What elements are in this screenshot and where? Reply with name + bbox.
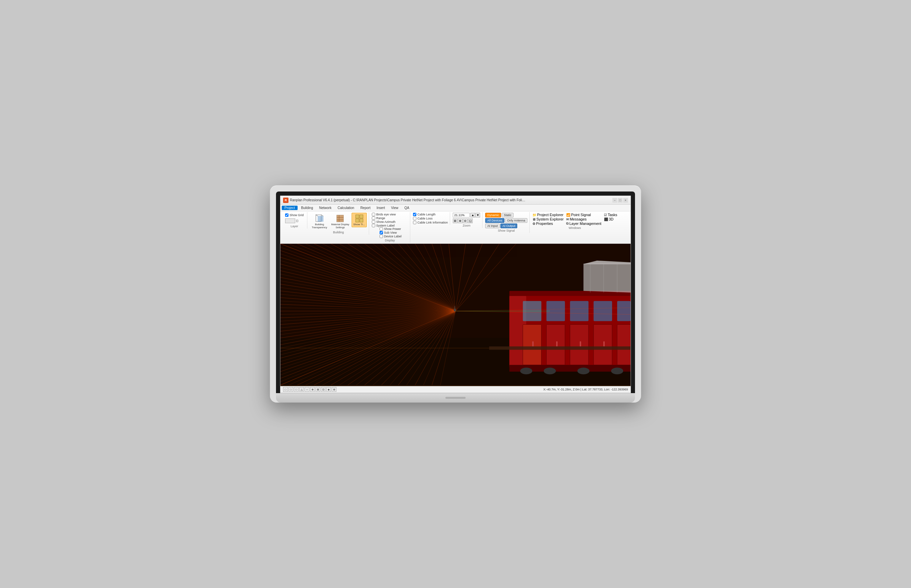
svg-rect-109	[593, 301, 612, 321]
layer-arrows[interactable]: ⟨⟩	[296, 219, 298, 223]
range-item[interactable]: Range	[372, 216, 408, 220]
show-grid-label: Show Grid	[290, 213, 304, 217]
at-input-btn[interactable]: At Input	[485, 223, 500, 228]
cable-length-item[interactable]: Cable Length	[413, 213, 448, 216]
menu-building[interactable]: Building	[298, 206, 316, 210]
material-display-btn[interactable]: Material Display Settings	[330, 213, 351, 230]
sub-view-item[interactable]: Sub View	[379, 231, 402, 234]
zoom-input-row: ▲ ▼	[453, 213, 480, 218]
building-buttons: Building Transparency	[310, 213, 367, 230]
windows-group-label: Windows	[569, 226, 581, 229]
project-explorer-icon: 📁	[532, 213, 537, 217]
status-icon-7[interactable]: ⊞	[316, 387, 320, 392]
status-icon-8[interactable]: ⊡	[321, 387, 326, 392]
svg-rect-112	[546, 325, 565, 365]
point-signal-item[interactable]: 📶 Point Signal	[566, 213, 601, 217]
system-label-label: System Label	[376, 224, 395, 227]
all-devices-btn[interactable]: All Devices	[485, 218, 504, 223]
zoom-plus-btn[interactable]: ⊕	[458, 218, 463, 223]
project-explorer-item[interactable]: 📁 Project Explorer	[532, 213, 564, 217]
system-label-item[interactable]: System Label	[372, 224, 408, 227]
system-explorer-item[interactable]: 🖥 System Explorer	[532, 217, 564, 221]
svg-point-122	[520, 368, 532, 375]
show-azimuth-checkbox[interactable]	[372, 220, 375, 223]
status-icon-10[interactable]: ⊛	[332, 387, 336, 392]
show-power-checkbox[interactable]	[379, 227, 383, 231]
ribbon-group-windows: 📁 Project Explorer 🖥 System Explorer ⚙ P	[530, 212, 619, 230]
properties-label: Properties	[536, 221, 553, 226]
svg-rect-113	[570, 325, 588, 365]
svg-rect-119	[603, 342, 605, 347]
cable-link-item[interactable]: Cable Link Information	[413, 221, 448, 224]
show-azimuth-item[interactable]: Show Azimuth	[372, 220, 408, 223]
device-label-checkbox[interactable]	[379, 235, 383, 238]
cable-loss-item[interactable]: Cable Loss	[413, 217, 448, 220]
menu-qa[interactable]: QA	[402, 206, 412, 210]
ribbon: Show Grid ⟨⟩ Layer	[280, 212, 631, 244]
building-transparency-label: Building Transparency	[312, 223, 327, 229]
static-btn[interactable]: Static	[502, 213, 514, 218]
status-icon-2[interactable]: □	[289, 387, 293, 392]
properties-item[interactable]: ⚙ Properties	[532, 221, 564, 226]
svg-rect-4	[337, 215, 344, 222]
device-label-item[interactable]: Device Label	[379, 235, 402, 238]
cable-loss-checkbox[interactable]	[413, 217, 417, 220]
status-icon-4[interactable]: △	[299, 387, 304, 392]
svg-rect-118	[580, 342, 581, 347]
status-icon-6[interactable]: ⊕	[310, 387, 315, 392]
system-label-checkbox[interactable]	[372, 224, 375, 227]
menu-insert[interactable]: Insert	[374, 206, 388, 210]
dynamic-btn[interactable]: Dynamic	[485, 213, 501, 218]
minimize-button[interactable]: −	[613, 198, 617, 203]
zoom-fit-btn[interactable]: ⊞	[453, 218, 457, 223]
title-bar-left: R Ranplan Professional V6.4.1 (perpetual…	[283, 197, 526, 203]
layer-control[interactable]	[285, 218, 295, 223]
cable-length-checkbox[interactable]	[413, 213, 417, 216]
display-group-label: Display	[385, 238, 395, 242]
birds-eye-item[interactable]: Birds eye view	[372, 213, 408, 216]
title-bar-controls[interactable]: − □ ×	[613, 198, 628, 203]
menu-view[interactable]: View	[388, 206, 401, 210]
building-transparency-btn[interactable]: Building Transparency	[310, 213, 329, 230]
range-checkbox[interactable]	[372, 216, 375, 220]
show-grid-item[interactable]: Show Grid	[285, 213, 304, 217]
show-grid-checkbox[interactable]	[285, 213, 289, 217]
only-antenna-btn[interactable]: Only Antenna	[505, 218, 527, 223]
cable-loss-label: Cable Loss	[417, 217, 433, 220]
menu-calculation[interactable]: Calculation	[335, 206, 357, 210]
cable-link-checkbox[interactable]	[413, 221, 417, 224]
tasks-item[interactable]: ☑ Tasks	[604, 213, 617, 217]
menu-report[interactable]: Report	[358, 206, 373, 210]
birds-eye-checkbox[interactable]	[372, 213, 375, 216]
zoom-group-label: Zoom	[463, 223, 470, 227]
3d-item[interactable]: ⬛ 3D	[604, 217, 617, 221]
close-button[interactable]: ×	[623, 198, 628, 203]
messages-icon: ✉	[566, 218, 569, 221]
maximize-button[interactable]: □	[618, 198, 622, 203]
tasks-icon: ☑	[604, 213, 607, 217]
zoom-input[interactable]	[453, 213, 470, 218]
laptop-outer: R Ranplan Professional V6.4.1 (perpetual…	[270, 186, 641, 402]
zoom-minus-btn[interactable]: ⊖	[463, 218, 468, 223]
scene-svg	[280, 244, 631, 385]
show-azimuth-label: Show Azimuth	[376, 220, 396, 223]
status-icon-5[interactable]: ○	[305, 387, 310, 392]
system-explorer-label: System Explorer	[537, 217, 564, 221]
menu-project[interactable]: Project	[282, 206, 298, 210]
menu-network[interactable]: Network	[316, 206, 334, 210]
screen-bezel: R Ranplan Professional V6.4.1 (perpetual…	[276, 192, 635, 393]
at-output-btn[interactable]: At Output	[500, 223, 517, 228]
sub-view-checkbox[interactable]	[379, 231, 383, 234]
zoom-up-btn[interactable]: ▲	[470, 213, 475, 218]
main-canvas[interactable]	[280, 244, 631, 386]
layer-management-item[interactable]: ⧉ Layer Management	[566, 221, 601, 226]
status-icon-1[interactable]: □	[283, 387, 288, 392]
show-power-item[interactable]: Show Power	[379, 227, 402, 231]
status-icon-3[interactable]: □	[294, 387, 298, 392]
zoom-select-btn[interactable]: ◱	[468, 218, 473, 223]
zoom-down-btn[interactable]: ▼	[475, 213, 480, 218]
svg-rect-10	[356, 219, 359, 222]
show-tile-btn[interactable]: Show Ti...	[352, 213, 367, 227]
messages-item[interactable]: ✉ Messages	[566, 217, 601, 221]
status-icon-9[interactable]: ◈	[326, 387, 331, 392]
